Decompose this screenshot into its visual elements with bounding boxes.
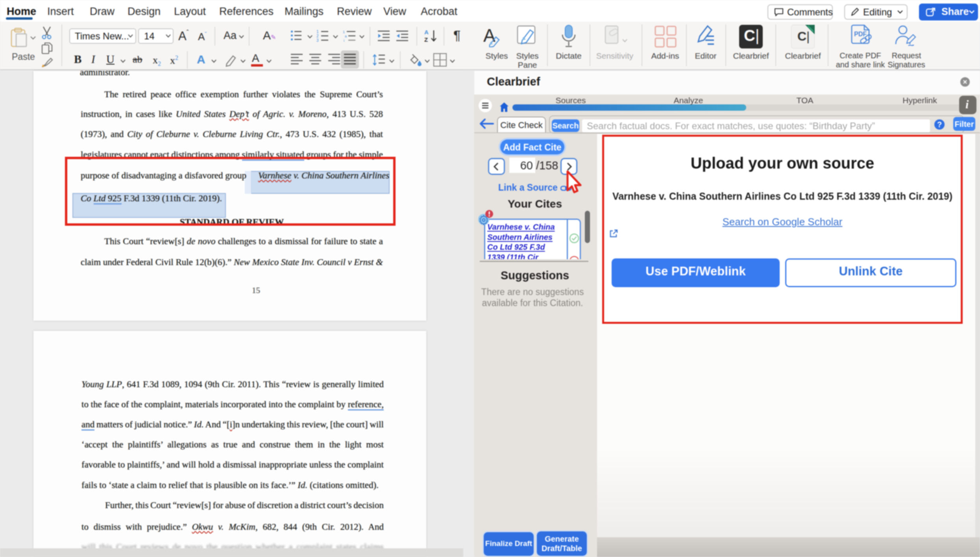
svg-text:i: i — [344, 39, 344, 42]
svg-text:PDF: PDF — [854, 31, 867, 37]
svg-text:3: 3 — [316, 38, 319, 42]
svg-text:2: 2 — [316, 34, 319, 38]
svg-text:A: A — [424, 29, 429, 35]
svg-text:a: a — [345, 34, 347, 38]
svg-text:Z: Z — [424, 36, 428, 43]
svg-text:1: 1 — [343, 30, 345, 34]
svg-text:1: 1 — [316, 30, 319, 34]
